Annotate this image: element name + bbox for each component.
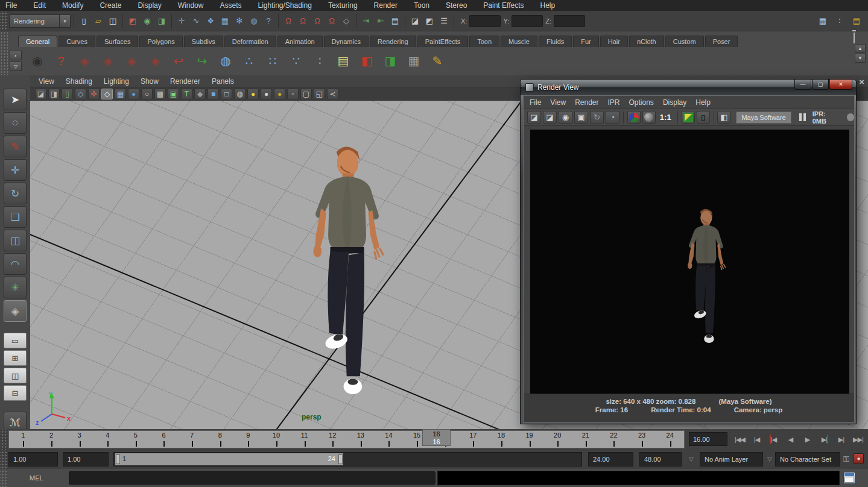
cmdline-grip[interactable] [0, 469, 8, 487]
layout-single-pane[interactable]: ▭ [4, 333, 27, 348]
render-view-menu-item[interactable]: Help [695, 98, 711, 107]
select-component-icon[interactable]: ◨ [155, 14, 168, 28]
lasso-select-tool[interactable]: ◌ [4, 112, 27, 134]
frame-cell[interactable]: 20 [543, 431, 572, 448]
layered-view-icon[interactable]: ◱ [314, 89, 325, 99]
select-hierarchy-icon[interactable]: ◩ [126, 14, 139, 28]
hypergraph-input-icon[interactable]: ∵ [287, 51, 306, 71]
shelf-grip[interactable] [0, 31, 8, 75]
frame-cell[interactable]: 21 [572, 431, 600, 448]
assign-material-icon[interactable]: ◨ [381, 51, 400, 71]
frame-cell[interactable]: 11 [290, 431, 318, 448]
frame-cell[interactable]: 19 [515, 431, 543, 448]
shelf-tab[interactable]: Toon [469, 36, 499, 47]
projector-icon[interactable]: ◉ [28, 51, 47, 71]
menu-item[interactable]: Display [138, 1, 161, 10]
render-view-menu-item[interactable]: View [550, 98, 566, 107]
default-material-icon[interactable]: ◆ [194, 89, 206, 99]
zoom-one-to-one-button[interactable]: 1:1 [660, 113, 671, 122]
remove-image-button[interactable]: ▯ [697, 111, 710, 124]
render-settings-icon[interactable]: ☰ [437, 14, 451, 28]
menu-item[interactable]: Window [178, 1, 204, 10]
frame-cell[interactable]: 23 [628, 431, 656, 448]
texture-t-icon[interactable]: T [181, 89, 192, 99]
panel-menu-item[interactable]: View [39, 77, 54, 86]
play-backwards-button[interactable]: ◀ [782, 432, 799, 447]
shelf-dropdown-button[interactable]: ▽ [10, 61, 22, 71]
rgb-channels-icon[interactable] [627, 111, 641, 124]
film-gate-icon[interactable]: ▦ [115, 89, 126, 99]
attribute-editor-toggle-icon[interactable]: ▦ [816, 14, 829, 28]
snap-curve-icon[interactable]: ∿ [189, 14, 203, 28]
shelf-tab[interactable]: General [18, 36, 57, 47]
camera-attrs-icon[interactable]: ◪ [35, 89, 46, 99]
go-to-end-button[interactable]: ▶▶| [850, 432, 866, 447]
layout-graph-pane[interactable]: ⊟ [4, 385, 27, 401]
menu-item[interactable]: Stereo [446, 1, 467, 10]
frame-cell[interactable]: 1 [9, 431, 37, 448]
camera-tool[interactable]: ◈ [4, 300, 27, 322]
menu-item[interactable]: Edit [33, 1, 46, 10]
animation-start-field[interactable]: 1.00 [8, 452, 58, 467]
render-view-menu-item[interactable]: File [530, 98, 541, 107]
step-back-frame-button[interactable]: |◀ [749, 432, 765, 447]
xray-icon[interactable]: ▩ [154, 89, 166, 99]
light-yellow-icon[interactable]: ● [247, 89, 259, 99]
step-back-key-button[interactable]: |◀ [765, 432, 782, 447]
menu-item[interactable]: Lighting/Shading [258, 1, 311, 10]
transparency-cube-icon[interactable]: □ [221, 89, 232, 99]
maximize-button[interactable]: ▢ [812, 80, 829, 90]
render-view-menu-item[interactable]: Options [629, 98, 654, 107]
mel-label[interactable]: MEL [30, 474, 43, 482]
refresh-ipr-icon[interactable]: ↻ [590, 111, 604, 124]
rotate-tool[interactable]: ↻ [4, 183, 27, 204]
frame-cell[interactable]: 5 [122, 431, 150, 448]
menu-item[interactable]: Help [540, 1, 556, 10]
shelf-tab[interactable]: Muscle [501, 36, 537, 47]
shelf-scroll-up-icon[interactable]: ▲ [855, 44, 866, 53]
shelf-tab[interactable]: Surfaces [97, 36, 138, 47]
chevron-down-icon[interactable]: ▽ [767, 456, 772, 462]
panel-menu-item[interactable]: Show [141, 77, 159, 86]
frame-cell[interactable]: 9 [234, 431, 262, 448]
render-view-menu-item[interactable]: Render [575, 98, 598, 107]
polycube-icon[interactable]: ▦ [404, 51, 423, 71]
save-scene-icon[interactable]: ◫ [106, 14, 119, 28]
open-scene-icon[interactable]: ▱ [92, 14, 105, 28]
frame-cell[interactable]: 12 [318, 431, 347, 448]
camera-dolly-icon[interactable]: ◈ [122, 51, 141, 71]
light-gold-icon[interactable]: ● [274, 89, 285, 99]
output-connections-icon[interactable]: ⇤ [374, 14, 387, 28]
frame-cell[interactable]: 24 [656, 431, 684, 448]
auto-keyframe-toggle-icon[interactable]: ⏺ [854, 453, 864, 464]
layout-four-pane[interactable]: ⊞ [4, 350, 27, 366]
render-view-menu-item[interactable]: Display [663, 98, 686, 107]
menu-item[interactable]: Create [100, 1, 121, 10]
snap-view-plane-icon[interactable]: ▦ [218, 14, 232, 28]
snap-magnet-curve-icon[interactable]: Ω [296, 14, 309, 28]
tool-settings-toggle-icon[interactable]: ∶ [833, 14, 846, 28]
frame-cell[interactable]: 13 [347, 431, 375, 448]
help-icon[interactable]: ? [51, 51, 71, 71]
snapshot-icon[interactable]: ◉ [559, 111, 572, 124]
isolate-select-icon[interactable]: ▫ [287, 89, 299, 99]
paint-selection-tool[interactable]: ✎ [4, 136, 27, 157]
shelf-tab[interactable]: Deformation [224, 36, 276, 47]
panel-menu-item[interactable]: Renderer [170, 77, 200, 86]
cube-outline-icon[interactable]: ▢ [300, 89, 312, 99]
camera-roll-icon[interactable]: ◈ [145, 51, 165, 71]
go-to-start-button[interactable]: |◀◀ [732, 432, 748, 447]
shelf-tab[interactable]: Rendering [370, 36, 416, 47]
range-slider-track[interactable]: 1 24 [113, 452, 582, 467]
ipr-render-icon[interactable]: ◩ [423, 14, 436, 28]
snap-magnet-point-icon[interactable]: Ω [311, 14, 324, 28]
shelf-tab[interactable]: Animation [277, 36, 323, 47]
shelf-tab[interactable]: Fluids [539, 36, 572, 47]
camera-track-icon[interactable]: ◈ [98, 51, 118, 71]
current-frame-marker[interactable]: 16 16 [422, 429, 451, 446]
snap-release-icon[interactable]: ◇ [340, 14, 353, 28]
statusline-grip[interactable] [0, 11, 8, 31]
character-model[interactable] [294, 145, 397, 401]
show-manipulator-tool[interactable]: ✳ [4, 277, 27, 298]
menu-item[interactable]: Modify [62, 1, 83, 10]
